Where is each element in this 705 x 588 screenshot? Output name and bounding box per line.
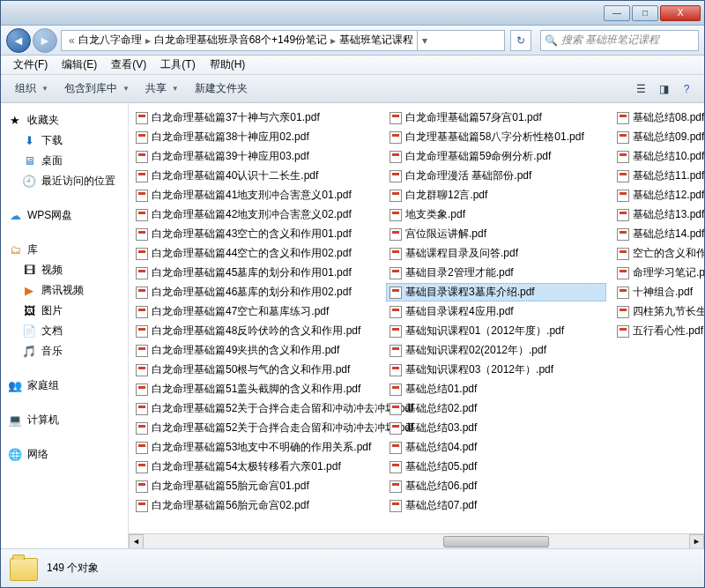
pdf-icon <box>136 422 148 435</box>
file-item[interactable]: 白龙命理基础篇57身宫01.pdf <box>386 108 606 127</box>
file-item[interactable]: 基础总结05.pdf <box>386 458 518 476</box>
sidebar-music[interactable]: 🎵音乐 <box>4 341 124 361</box>
file-item[interactable]: 白龙命理基础篇50根与气的含义和作用.pdf <box>132 361 379 379</box>
file-item[interactable]: 白龙命理基础篇59命例分析.pdf <box>386 147 606 166</box>
file-item[interactable]: 基础总结09.pdf <box>613 128 704 146</box>
menu-edit[interactable]: 编辑(E) <box>55 56 104 74</box>
file-item[interactable]: 基础目录2管理才能.pdf <box>386 264 606 282</box>
close-button[interactable]: X <box>660 5 701 21</box>
preview-pane-button[interactable]: ◨ <box>653 78 674 100</box>
breadcrumb-part-3[interactable]: 基础班笔记课程 <box>339 33 413 48</box>
breadcrumb-part-2[interactable]: 白龙命理基础班录音68个+149份笔记 <box>154 33 327 48</box>
file-item[interactable]: 白龙命理基础篇46墓库的划分和作用02.pdf <box>132 283 379 301</box>
content-area[interactable]: 白龙命理基础篇37十神与六亲01.pdf白龙命理基础篇38十神应用02.pdf白… <box>129 103 704 548</box>
scroll-track[interactable] <box>144 534 689 549</box>
file-item[interactable]: 白龙命理基础篇42地支刑冲合害意义02.pdf <box>132 205 379 224</box>
file-item[interactable]: 基础总结04.pdf <box>386 438 518 457</box>
file-item[interactable]: 白龙命理基础篇55胎元命宫01.pdf <box>132 477 352 495</box>
scroll-right-button[interactable]: ► <box>689 534 704 549</box>
file-item[interactable]: 基础总结08.pdf <box>613 108 704 127</box>
breadcrumb[interactable]: « 白龙八字命理 ▸ 白龙命理基础班录音68个+149份笔记 ▸ 基础班笔记课程… <box>61 30 505 51</box>
menu-tools[interactable]: 工具(T) <box>153 56 202 74</box>
file-item[interactable]: 白龙命理基础篇52关于合拌合走合留和冲动冲去冲坏.pdf <box>132 419 379 437</box>
file-item[interactable]: 基础总结03.pdf <box>386 419 606 437</box>
sidebar-documents[interactable]: 📄文档 <box>4 321 124 341</box>
file-item[interactable]: 基础知识课程03（2012年）.pdf <box>386 361 606 379</box>
menu-view[interactable]: 查看(V) <box>104 56 153 74</box>
file-item[interactable]: 四柱第九节长生应用.pdf <box>613 302 704 321</box>
file-item[interactable]: 基础总结02.pdf <box>386 399 606 418</box>
file-item[interactable]: 白龙命理基础篇41地支刑冲合害意义01.pdf <box>132 186 379 205</box>
view-options-button[interactable]: ☰ <box>630 78 651 100</box>
menu-help[interactable]: 帮助(H) <box>203 56 253 74</box>
sidebar-videos[interactable]: 🎞视频 <box>4 260 124 280</box>
sidebar-desktop[interactable]: 🖥桌面 <box>4 151 124 171</box>
menu-file[interactable]: 文件(F) <box>6 56 55 74</box>
sidebar-favorites[interactable]: ★收藏夹 <box>4 110 124 130</box>
sidebar-computer[interactable]: 💻计算机 <box>4 410 124 430</box>
sidebar-downloads[interactable]: ⬇下载 <box>4 130 124 151</box>
file-item[interactable]: 白龙理基基础篇58八字分析性格01.pdf <box>386 128 606 146</box>
file-item[interactable]: 白龙命理基础篇52关于合拌合走合留和冲动冲去冲坏.pdf <box>132 399 379 418</box>
help-button[interactable]: ? <box>676 78 697 100</box>
minimize-button[interactable]: — <box>604 5 630 21</box>
file-item[interactable]: 基础总结07.pdf <box>386 496 518 515</box>
file-item[interactable]: 十神组合.pdf <box>613 283 704 301</box>
include-library-button[interactable]: 包含到库中▼ <box>57 78 137 100</box>
refresh-button[interactable]: ↻ <box>510 30 531 51</box>
file-item[interactable]: 基础总结11.pdf <box>613 167 704 185</box>
forward-button[interactable]: ► <box>33 28 57 53</box>
horizontal-scrollbar[interactable]: ◄ ► <box>129 533 704 548</box>
maximize-button[interactable]: □ <box>632 5 658 21</box>
file-item[interactable]: 白龙命理基础篇47空亡和墓库练习.pdf <box>132 302 379 321</box>
scroll-left-button[interactable]: ◄ <box>129 534 144 549</box>
file-item[interactable]: 基础总结01.pdf <box>386 380 606 398</box>
pdf-icon <box>136 480 148 493</box>
sidebar-txvideo[interactable]: ▶腾讯视频 <box>4 280 124 301</box>
file-item[interactable]: 基础总结10.pdf <box>613 147 704 166</box>
file-item[interactable]: 白龙命理基础篇40认识十二长生.pdf <box>132 167 379 185</box>
file-item[interactable]: 基础知识课程02(2012年）.pdf <box>386 341 606 360</box>
sidebar-wps[interactable]: ☁WPS网盘 <box>4 205 124 226</box>
file-item[interactable]: 白龙群聊12言.pdf <box>386 186 606 205</box>
scroll-thumb[interactable] <box>443 536 549 547</box>
file-item[interactable]: 空亡的含义和作用.pdf <box>613 244 704 263</box>
sidebar-recent[interactable]: 🕘最近访问的位置 <box>4 171 124 191</box>
search-input[interactable]: 🔍 搜索 基础班笔记课程 <box>540 30 699 51</box>
file-item[interactable]: 白龙命理基础篇49夹拱的含义和作用.pdf <box>132 341 379 360</box>
file-item[interactable]: 宫位限运讲解.pdf <box>386 225 606 243</box>
file-item[interactable]: 地支类象.pdf <box>386 205 606 224</box>
file-item[interactable]: 基础目录课程4应用.pdf <box>386 302 606 321</box>
share-button[interactable]: 共享▼ <box>138 78 186 100</box>
file-item[interactable]: 基础总结12.pdf <box>613 186 704 205</box>
file-item[interactable]: 基础总结14.pdf <box>613 225 704 243</box>
file-item[interactable]: 白龙命理基础篇38十神应用02.pdf <box>132 128 379 146</box>
file-item[interactable]: 五行看心性.pdf <box>613 322 704 340</box>
file-item[interactable]: 命理学习笔记.pdf <box>613 264 704 282</box>
file-item[interactable]: 基础课程目录及问答.pdf <box>386 244 606 263</box>
new-folder-button[interactable]: 新建文件夹 <box>188 78 255 100</box>
file-item[interactable]: 基础总结13.pdf <box>613 205 704 224</box>
file-item[interactable]: 基础知识课程01（2012年度）.pdf <box>386 322 606 340</box>
file-item[interactable]: 白龙命理漫活 基础部份.pdf <box>386 167 606 185</box>
organize-button[interactable]: 组织▼ <box>8 78 56 100</box>
sidebar-libraries[interactable]: 🗂库 <box>4 240 124 260</box>
file-item[interactable]: 白龙命理基础篇51盖头截脚的含义和作用.pdf <box>132 380 379 398</box>
file-item[interactable]: 白龙命理基础篇54太极转移看六亲01.pdf <box>132 458 379 476</box>
file-item[interactable]: 白龙命理基础篇44空亡的含义和作用02.pdf <box>132 244 379 263</box>
sidebar-network[interactable]: 🌐网络 <box>4 444 124 465</box>
file-item[interactable]: 白龙命理基础篇43空亡的含义和作用01.pdf <box>132 225 379 243</box>
file-item[interactable]: 白龙命理基础篇53地支中不明确的作用关系.pdf <box>132 438 379 457</box>
file-item[interactable]: 白龙命理基础篇39十神应用03.pdf <box>132 147 379 166</box>
sidebar-homegroup[interactable]: 👥家庭组 <box>4 376 124 396</box>
back-button[interactable]: ◄ <box>6 28 31 53</box>
file-item[interactable]: 基础总结06.pdf <box>386 477 518 495</box>
sidebar-pictures[interactable]: 🖼图片 <box>4 301 124 321</box>
file-item[interactable]: 白龙命理基础篇37十神与六亲01.pdf <box>132 108 379 127</box>
file-item[interactable]: 基础目录课程3墓库介绍.pdf <box>386 283 606 301</box>
file-item[interactable]: 白龙命理基础篇45墓库的划分和作用01.pdf <box>132 264 379 282</box>
file-item[interactable]: 白龙命理基础篇48反吟伏吟的含义和作用.pdf <box>132 322 379 340</box>
breadcrumb-part-1[interactable]: 白龙八字命理 <box>78 33 142 48</box>
file-item[interactable]: 白龙命理基础篇56胎元命宫02.pdf <box>132 496 352 515</box>
breadcrumb-dropdown[interactable]: ▾ <box>417 31 431 50</box>
